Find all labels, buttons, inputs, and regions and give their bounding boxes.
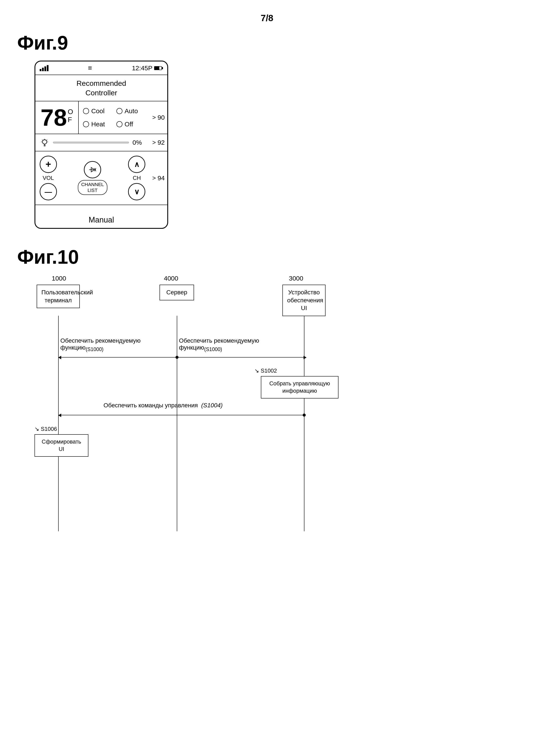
phone-ui: ≡ 12:45P Recommended Controller 78 — [35, 61, 168, 229]
s1002-ref-label: ↘ S1002 — [254, 367, 277, 374]
mode-options: Cool Auto Heat Off — [79, 101, 149, 134]
brightness-slider[interactable] — [53, 142, 129, 143]
radio-off[interactable] — [117, 121, 122, 127]
bulb-icon — [40, 138, 50, 148]
mode-auto[interactable]: Auto — [114, 104, 148, 118]
manual-label: Manual — [35, 212, 167, 228]
fig10-container: 1000 4000 3000 Пользовательскийтерминал … — [17, 275, 517, 533]
ref-92-bracket: > 92 — [149, 139, 167, 146]
lifeline-line-server — [177, 316, 177, 531]
s1004-dot — [303, 414, 306, 417]
svg-line-6 — [47, 140, 47, 140]
vol-down-button[interactable]: — — [40, 183, 57, 200]
lifeline-box-ui-device: УстройствообеспеченияUI — [282, 284, 326, 316]
s1000-left-label: Обеспечить рекомендуемуюфункцию(S1000) — [60, 337, 141, 352]
channel-list-button[interactable]: CHANNELLIST — [78, 180, 107, 195]
lifeline-ref-4000: 4000 — [164, 275, 178, 282]
middle-group: CHANNELLIST — [60, 161, 124, 195]
ch-up-button[interactable]: ∧ — [128, 156, 145, 173]
signal-icon — [40, 65, 48, 71]
vol-group: + VOL — — [40, 156, 57, 200]
vol-up-button[interactable]: + — [40, 156, 57, 173]
mode-heat-label: Heat — [91, 121, 105, 128]
media-controls: + VOL — CHANNELLIST — [35, 151, 149, 204]
lifeline-line-ui — [304, 316, 305, 531]
temp-value: 78 — [40, 106, 67, 129]
lifeline-ref-1000: 1000 — [52, 275, 66, 282]
manual-bar — [35, 205, 167, 212]
temp-units: O F — [68, 108, 73, 124]
radio-heat[interactable] — [83, 121, 89, 127]
status-bar: ≡ 12:45P — [35, 62, 167, 75]
mode-off[interactable]: Off — [114, 118, 148, 131]
brightness-row: 0% — [35, 134, 149, 151]
vol-label: VOL — [43, 175, 54, 181]
s1006-ref-label: ↘ S1006 — [35, 426, 57, 432]
fig10-title: Фиг.10 — [17, 246, 517, 268]
svg-line-5 — [42, 140, 43, 140]
s1002-box: Собрать управляющую информацию — [261, 376, 338, 398]
mode-cool-label: Cool — [91, 107, 105, 115]
s1006-box: Сформировать UI — [35, 434, 88, 457]
sequence-diagram: 1000 4000 3000 Пользовательскийтерминал … — [17, 275, 492, 533]
ref-90-bracket: > 90 — [149, 101, 167, 134]
page-number: 7/8 — [17, 13, 517, 23]
lifeline-ref-3000: 3000 — [289, 275, 303, 282]
s1000-right-label: Обеспечить рекомендуемуюфункцию(S1000) — [179, 337, 259, 352]
s1000-right-arrowhead — [304, 356, 307, 359]
temperature-display: 78 O F — [35, 101, 79, 134]
brightness-percent: 0% — [132, 139, 145, 146]
s1000-right-arrow — [177, 357, 304, 358]
mode-heat[interactable]: Heat — [81, 118, 114, 131]
s1000-left-arrow — [59, 357, 177, 358]
lifeline-box-terminal: Пользовательскийтерминал — [37, 284, 80, 308]
lifeline-box-server: Сервер — [160, 284, 194, 300]
mute-button[interactable] — [84, 161, 101, 178]
recommended-banner: Recommended Controller — [35, 75, 167, 101]
mode-off-label: Off — [124, 121, 133, 128]
ref-94-bracket: > 94 — [149, 175, 167, 182]
ch-down-button[interactable]: ∨ — [128, 183, 145, 200]
status-time: 12:45P — [132, 65, 152, 72]
ch-label: CH — [133, 175, 141, 181]
hamburger-icon: ≡ — [88, 64, 93, 72]
svg-point-0 — [42, 140, 47, 144]
lifeline-line-terminal — [58, 316, 59, 531]
s1000-left-arrowhead — [58, 356, 61, 359]
mode-cool[interactable]: Cool — [81, 104, 114, 118]
fig9-wrapper: ≡ 12:45P Recommended Controller 78 — [17, 61, 517, 229]
radio-cool[interactable] — [83, 108, 89, 114]
mode-auto-label: Auto — [124, 107, 138, 115]
battery-icon — [154, 66, 162, 70]
s1004-arrow — [59, 415, 304, 415]
s1004-arrowhead — [58, 414, 61, 417]
ch-group: ∧ CH ∨ — [128, 156, 145, 200]
radio-auto[interactable] — [117, 108, 122, 114]
s1004-label: Обеспечить команды управления (S1004) — [103, 402, 223, 409]
fig9-title: Фиг.9 — [17, 32, 517, 54]
